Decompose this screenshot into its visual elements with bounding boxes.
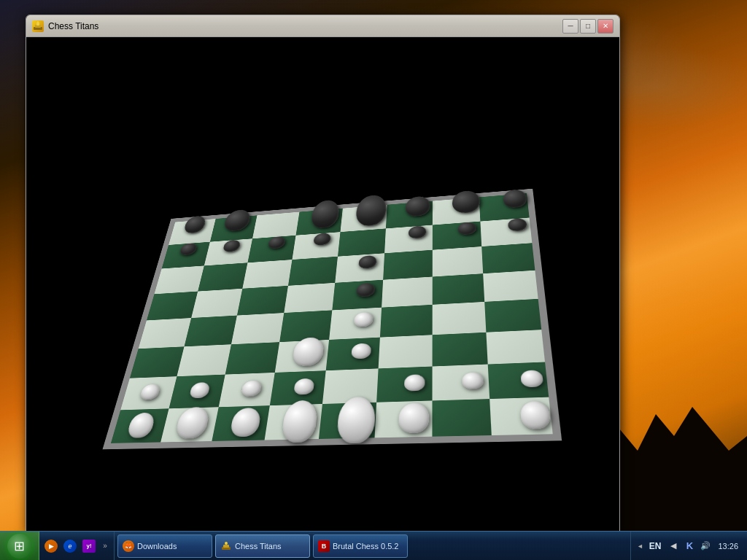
chess-titans-window: Chess Titans ─ □ ✕ bbox=[26, 15, 620, 532]
board-cell-3-7[interactable] bbox=[483, 270, 538, 301]
board-cell-3-5[interactable] bbox=[382, 276, 433, 307]
board-cell-6-3[interactable] bbox=[270, 370, 326, 405]
system-tray: ◄ EN ◀ K 🔊 13:26 bbox=[630, 532, 747, 560]
yahoo-icon: y! bbox=[82, 540, 96, 553]
quick-launch-expand[interactable]: » bbox=[99, 537, 111, 555]
board-cell-6-7[interactable] bbox=[488, 362, 549, 398]
internet-explorer-quicklaunch[interactable]: e bbox=[61, 537, 79, 555]
taskbar: ⊞ ▶ e y! » 🦊 Downloads bbox=[0, 531, 747, 560]
board-cell-5-1[interactable] bbox=[177, 344, 231, 376]
board-cell-4-6[interactable] bbox=[433, 302, 487, 335]
yahoo-quicklaunch[interactable]: y! bbox=[80, 537, 98, 555]
board-cell-1-3[interactable] bbox=[292, 232, 340, 260]
board-cell-2-5[interactable] bbox=[383, 250, 433, 280]
board-cell-3-1[interactable] bbox=[191, 288, 242, 318]
board-cell-7-1[interactable] bbox=[160, 407, 219, 443]
board-cell-7-6[interactable] bbox=[432, 399, 491, 437]
svg-point-3 bbox=[37, 21, 39, 23]
close-button[interactable]: ✕ bbox=[597, 19, 614, 34]
board-cell-3-0[interactable] bbox=[147, 291, 198, 320]
board-cell-0-6[interactable] bbox=[433, 197, 481, 225]
chess-board-3d bbox=[48, 169, 619, 487]
firefox-icon: 🦊 bbox=[123, 540, 134, 552]
board-cell-1-6[interactable] bbox=[433, 221, 481, 249]
board-cell-3-4[interactable] bbox=[332, 279, 383, 310]
board-cell-0-3[interactable] bbox=[296, 209, 343, 236]
tray-expand-arrow[interactable]: ◄ bbox=[637, 542, 643, 550]
board-cell-0-7[interactable] bbox=[479, 193, 530, 221]
window-title: Chess Titans bbox=[48, 21, 562, 31]
board-cell-0-1[interactable] bbox=[210, 215, 257, 241]
taskbar-task-downloads[interactable]: 🦊 Downloads bbox=[117, 534, 212, 558]
board-cell-4-1[interactable] bbox=[185, 316, 237, 346]
board-cell-2-1[interactable] bbox=[198, 262, 247, 291]
board-cell-2-0[interactable] bbox=[155, 265, 204, 294]
window-titlebar: Chess Titans ─ □ ✕ bbox=[26, 15, 619, 37]
ie-icon: e bbox=[63, 540, 77, 553]
board-cell-2-2[interactable] bbox=[242, 260, 292, 288]
wmp-icon: ▶ bbox=[44, 540, 58, 553]
board-cell-7-3[interactable] bbox=[265, 404, 322, 440]
board-cell-1-1[interactable] bbox=[204, 238, 252, 265]
board-cell-0-4[interactable] bbox=[341, 205, 387, 232]
taskbar-task-chess-titans[interactable]: Chess Titans bbox=[215, 534, 310, 558]
chess-game-area bbox=[26, 37, 619, 532]
board-cell-4-5[interactable] bbox=[380, 305, 433, 337]
taskbar-task-brutal-chess[interactable]: B Brutal Chess 0.5.2 bbox=[313, 534, 408, 558]
board-cell-3-6[interactable] bbox=[433, 273, 484, 305]
board-cell-4-3[interactable] bbox=[279, 310, 332, 341]
board-cell-1-5[interactable] bbox=[384, 225, 433, 253]
board-cell-7-5[interactable] bbox=[375, 400, 433, 438]
board-cell-4-4[interactable] bbox=[329, 308, 382, 340]
board-cell-4-7[interactable] bbox=[484, 299, 541, 332]
board-cell-0-0[interactable] bbox=[169, 219, 216, 245]
language-indicator[interactable]: EN bbox=[646, 540, 665, 553]
board-cell-0-5[interactable] bbox=[386, 201, 433, 228]
board-cell-5-0[interactable] bbox=[130, 346, 185, 378]
board-cell-2-3[interactable] bbox=[288, 257, 338, 286]
board-cell-5-7[interactable] bbox=[486, 330, 545, 365]
board-cell-1-4[interactable] bbox=[338, 228, 386, 257]
board-cell-6-5[interactable] bbox=[376, 367, 432, 402]
board-cell-3-3[interactable] bbox=[284, 283, 335, 314]
tray-icon-k[interactable]: K bbox=[683, 540, 696, 553]
board-cell-0-2[interactable] bbox=[252, 212, 299, 238]
chess-titans-task-label: Chess Titans bbox=[235, 542, 282, 551]
system-clock[interactable]: 13:26 bbox=[715, 542, 741, 551]
maximize-button[interactable]: □ bbox=[580, 19, 596, 34]
board-cell-5-6[interactable] bbox=[433, 332, 488, 366]
board-surface bbox=[103, 189, 562, 450]
board-cell-6-1[interactable] bbox=[169, 375, 225, 408]
board-cell-5-3[interactable] bbox=[275, 340, 329, 373]
board-cell-7-7[interactable] bbox=[489, 397, 553, 435]
board-cell-7-0[interactable] bbox=[111, 408, 169, 443]
chess-titans-icon bbox=[32, 20, 44, 32]
windows-media-player-quicklaunch[interactable]: ▶ bbox=[42, 537, 60, 555]
board-cell-5-4[interactable] bbox=[326, 337, 380, 370]
brutal-chess-icon: B bbox=[318, 540, 330, 552]
start-button[interactable]: ⊞ bbox=[0, 532, 39, 561]
board-cell-1-7[interactable] bbox=[480, 217, 532, 246]
board-cell-5-2[interactable] bbox=[225, 342, 280, 375]
board-cell-7-4[interactable] bbox=[319, 402, 376, 439]
board-cell-2-6[interactable] bbox=[433, 246, 483, 276]
board-cell-4-0[interactable] bbox=[139, 318, 191, 349]
board-cell-3-2[interactable] bbox=[237, 286, 288, 316]
board-cell-6-4[interactable] bbox=[322, 368, 379, 403]
board-cell-6-2[interactable] bbox=[219, 373, 275, 407]
board-cell-6-6[interactable] bbox=[433, 365, 490, 400]
board-cell-6-0[interactable] bbox=[120, 376, 177, 410]
minimize-button[interactable]: ─ bbox=[562, 19, 578, 34]
downloads-task-label: Downloads bbox=[137, 542, 177, 551]
board-cell-5-5[interactable] bbox=[379, 335, 433, 369]
chess-titans-taskbar-icon bbox=[220, 540, 232, 552]
volume-icon[interactable]: 🔊 bbox=[699, 540, 712, 553]
board-cell-4-2[interactable] bbox=[231, 313, 284, 344]
board-cell-2-7[interactable] bbox=[481, 243, 535, 273]
board-cell-7-2[interactable] bbox=[212, 405, 270, 441]
board-cell-2-4[interactable] bbox=[335, 253, 384, 282]
board-cell-1-2[interactable] bbox=[247, 235, 295, 262]
board-cell-1-0[interactable] bbox=[162, 241, 210, 268]
windows-logo-icon: ⊞ bbox=[14, 538, 25, 554]
quick-launch-bar: ▶ e y! » bbox=[39, 532, 115, 560]
